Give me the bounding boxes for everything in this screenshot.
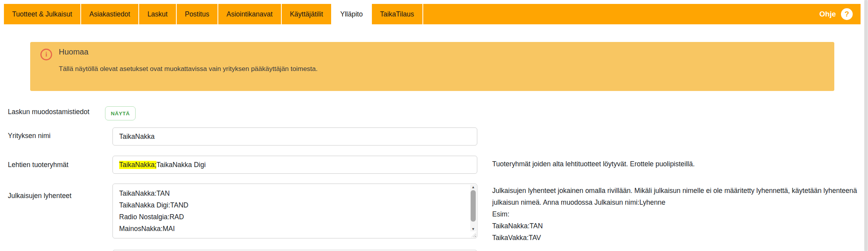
admin-page: Tuotteet & Julkaisut Asiakastiedot Lasku… [0,0,868,251]
notice-title: Huomaa [59,47,89,56]
help-link[interactable]: Ohje [819,10,836,18]
tab-asiointikanavat[interactable]: Asiointikanavat [218,4,282,24]
product-groups-help: Tuoteryhmät joiden alta lehtituotteet lö… [492,160,695,168]
company-name-label: Yrityksen nimi [8,132,51,140]
product-groups-label: Lehtien tuoteryhmät [8,161,69,169]
help-question-icon[interactable]: ? [841,8,853,20]
textarea-scrollbar[interactable]: ▲ ▼ [470,185,476,231]
textarea-line: Radio Nostalgia:RAD [119,211,464,223]
top-navbar: Tuotteet & Julkaisut Asiakastiedot Lasku… [4,4,861,24]
page-scrollbar[interactable] [864,0,868,251]
abbreviations-help-intro: Julkaisujen lyhenteet jokainen omalla ri… [492,187,857,206]
notice-banner: i Huomaa Tällä näytöllä olevat asetukset… [30,42,834,91]
highlighted-text: TaikaNakka; [119,161,156,169]
info-icon: i [40,49,52,60]
input-text: TaikaNakka Digi [156,161,205,169]
tab-asiakastiedot[interactable]: Asiakastiedot [81,4,139,24]
tab-tuotteet-julkaisut[interactable]: Tuotteet & Julkaisut [4,4,81,24]
tab-yllapito-active[interactable]: Ylläpito [332,4,371,24]
page-scrollbar-thumb[interactable] [864,0,868,251]
tab-taikatilaus[interactable]: TaikaTilaus [372,4,423,24]
product-groups-input[interactable]: TaikaNakka;TaikaNakka Digi [112,156,477,174]
nav-help-area: Ohje ? [819,4,861,24]
tab-kayttajatilit[interactable]: Käyttäjätilit [282,4,332,24]
textarea-line: TaikaNakka:TAN [119,187,464,199]
abbreviations-label: Julkaisujen lyhenteet [8,192,71,200]
notice-body: Tällä näytöllä olevat asetukset ovat muo… [59,65,318,73]
show-button[interactable]: NÄYTÄ [105,106,136,120]
scrollbar-thumb[interactable] [471,190,476,222]
abbreviations-help-example: TaikaNakka:TAN [492,220,864,232]
textarea-line: TaikaNakka Digi:TAND [119,199,464,211]
tab-laskut[interactable]: Laskut [139,4,177,24]
abbreviations-textarea[interactable]: TaikaNakka:TAN TaikaNakka Digi:TAND Radi… [112,184,477,238]
company-name-input[interactable] [112,127,477,146]
abbreviations-help-example-label: Esim: [492,208,864,220]
scroll-down-icon[interactable]: ▼ [471,227,475,231]
abbreviations-help: Julkaisujen lyhenteet jokainen omalla ri… [492,185,864,244]
resize-handle-icon[interactable] [471,233,476,237]
tab-postitus[interactable]: Postitus [177,4,218,24]
abbreviations-help-example: TaikaVakka:TAV [492,232,864,244]
textarea-line: MainosNakka:MAI [119,223,464,235]
scroll-up-icon[interactable]: ▲ [471,185,475,189]
invoice-info-label: Laskun muodostamistiedot [8,108,89,116]
